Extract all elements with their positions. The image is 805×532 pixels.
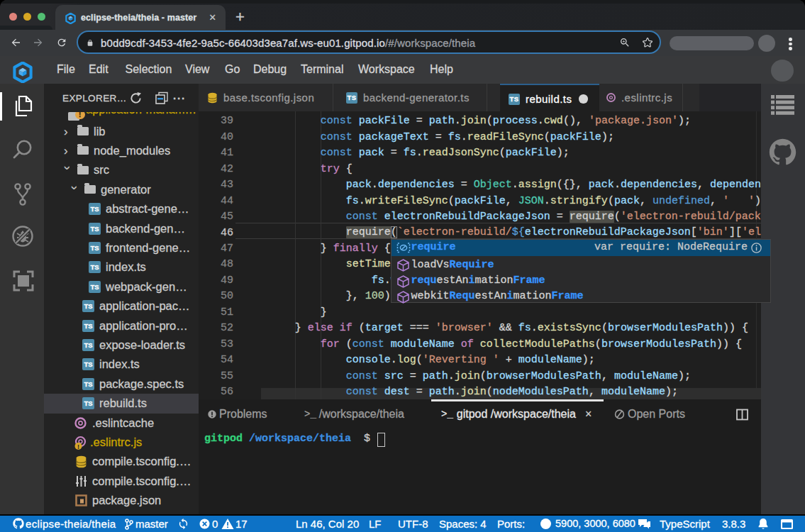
svg-text:!: ! [77,443,79,450]
